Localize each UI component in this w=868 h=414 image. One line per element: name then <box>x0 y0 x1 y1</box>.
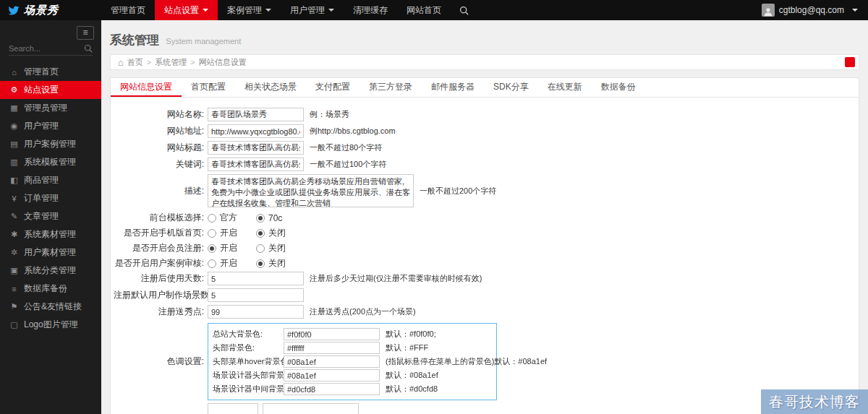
chevron-down-icon <box>328 9 334 12</box>
tab-item[interactable]: 相关状态场景 <box>235 78 306 97</box>
sidebar-item[interactable]: ▣系统分类管理 <box>0 262 101 280</box>
field-label: 网站地址: <box>114 125 208 137</box>
top-search-button[interactable] <box>451 0 477 20</box>
breadcrumb-item[interactable]: 网站信息设置 <box>199 57 247 68</box>
color-setting-row: 总站大背景色:默认：#f0f0f0; <box>213 328 492 340</box>
field-label: 注册送秀点: <box>114 306 208 318</box>
radio-icon[interactable] <box>208 229 216 238</box>
sidebar-item[interactable]: ◧商品管理 <box>0 171 101 189</box>
breadcrumb-item[interactable]: 首页 <box>127 57 143 68</box>
settings-card: 网站信息设置首页配置相关状态场景支付配置第三方登录邮件服务器SDK分享在线更新数… <box>110 77 859 414</box>
member-register-option[interactable]: 开启 <box>208 242 237 254</box>
radio-icon[interactable] <box>208 244 216 253</box>
sidebar-item[interactable]: ▤用户案例管理 <box>0 135 101 153</box>
color-field-hint: 默认：#FFF <box>386 342 428 353</box>
user-menu[interactable]: cgtblog@qq.com <box>762 0 868 20</box>
color-input-1[interactable] <box>284 342 380 354</box>
sidebar-item[interactable]: ▦管理员管理 <box>0 99 101 117</box>
case-audit-option[interactable]: 关闭 <box>256 257 286 269</box>
field-hint: 例http://bbs.cgtblog.com <box>310 126 396 137</box>
radio-icon[interactable] <box>208 259 216 268</box>
top-nav: 管理首页站点设置案例管理用户管理清理缓存网站首页 <box>101 0 451 20</box>
sidebar-item[interactable]: ⚙站点设置 <box>0 81 101 99</box>
radio-icon[interactable] <box>256 214 265 223</box>
member-register-option[interactable]: 关闭 <box>256 242 286 254</box>
sidebar-item-label: 文章管理 <box>24 210 59 223</box>
radio-option-label: 开启 <box>220 227 237 239</box>
field-label: 注册后使用天数: <box>114 272 208 285</box>
sidebar-item[interactable]: ¥订单管理 <box>0 189 101 207</box>
tab-item[interactable]: SDK分享 <box>484 78 538 97</box>
sidebar: ≡ ⌂管理首页⚙站点设置▦管理员管理◉用户管理▤用户案例管理▥系统模板管理◧商品… <box>0 20 101 414</box>
mobile-home-option[interactable]: 关闭 <box>256 227 286 239</box>
keywords-input[interactable] <box>208 158 304 171</box>
breadcrumb-item[interactable]: 系统管理 <box>155 57 187 68</box>
tab-item[interactable]: 数据备份 <box>592 78 645 97</box>
radio-icon[interactable] <box>256 244 265 253</box>
sidebar-item[interactable]: ≡数据库备份 <box>0 280 101 298</box>
site-url-input[interactable] <box>208 124 304 138</box>
top-nav-label: 网站首页 <box>407 4 441 17</box>
color-field-hint: 默认：#08a1ef <box>386 370 438 381</box>
top-nav-item[interactable]: 管理首页 <box>101 0 155 20</box>
app-logo[interactable]: 场景秀 <box>0 0 101 20</box>
sidebar-item[interactable]: ▢Logo图片管理 <box>0 316 101 334</box>
top-nav-label: 用户管理 <box>290 4 325 17</box>
sidebar-item-label: 管理首页 <box>24 66 59 78</box>
tab-active[interactable]: 网站信息设置 <box>111 78 182 97</box>
radio-icon[interactable] <box>256 229 265 238</box>
register-days-input[interactable] <box>208 272 304 285</box>
color-input-2[interactable] <box>284 355 380 368</box>
top-nav-item[interactable]: 站点设置 <box>155 0 218 20</box>
sidebar-collapse-button[interactable]: ≡ <box>77 26 94 40</box>
top-nav-item[interactable]: 案例管理 <box>218 0 281 20</box>
tab-item[interactable]: 在线更新 <box>538 78 592 97</box>
sidebar-item[interactable]: ✎文章管理 <box>0 207 101 225</box>
field-label: 关键词: <box>114 158 208 171</box>
case-audit-option[interactable]: 开启 <box>208 257 237 269</box>
sidebar-item[interactable]: ▥系统模板管理 <box>0 153 101 171</box>
categories-icon: ▣ <box>9 266 19 275</box>
sidebar-item-label: 用户素材管理 <box>24 246 76 259</box>
top-nav-item[interactable]: 网站首页 <box>397 0 451 20</box>
form-row-register-days: 注册后使用天数:注册后多少天过期(仅注册不需要审核的时候有效) <box>114 272 859 285</box>
radio-icon[interactable] <box>208 214 216 223</box>
sidebar-search-input[interactable] <box>9 44 84 53</box>
partial-input[interactable] <box>208 403 258 414</box>
sidebar-item-label: 管理员管理 <box>24 102 67 114</box>
main-content: 系统管理 System management ⌂ 首页>系统管理>网站信息设置 … <box>101 20 868 414</box>
site-title-input[interactable] <box>208 141 304 155</box>
chevron-down-icon <box>852 9 858 12</box>
mobile-home-option[interactable]: 开启 <box>208 227 237 239</box>
description-textarea[interactable] <box>208 174 414 207</box>
tab-item[interactable]: 支付配置 <box>306 78 359 97</box>
sidebar-item[interactable]: ⚑公告&友情链接 <box>0 298 101 316</box>
top-nav-label: 站点设置 <box>164 4 199 17</box>
brand-name: 场景秀 <box>24 4 59 17</box>
register-points-input[interactable] <box>208 305 304 319</box>
form-row-site-title: 网站标题:一般不超过80个字符 <box>114 141 859 155</box>
announcement-icon: ⚑ <box>9 302 19 311</box>
sidebar-item[interactable]: ◉用户管理 <box>0 117 101 135</box>
color-input-0[interactable] <box>284 328 380 340</box>
partial-input[interactable] <box>263 403 359 414</box>
site-name-input[interactable] <box>208 108 304 121</box>
color-input-3[interactable] <box>284 369 380 381</box>
front-template-option[interactable]: 70c <box>256 213 282 223</box>
form-row-mobile-home: 是否开启手机版首页:开启关闭 <box>114 226 859 240</box>
color-input-4[interactable] <box>284 383 380 395</box>
radio-icon[interactable] <box>256 259 265 268</box>
top-nav-item[interactable]: 用户管理 <box>281 0 344 20</box>
tab-item[interactable]: 第三方登录 <box>359 78 422 97</box>
tab-item[interactable]: 首页配置 <box>182 78 235 97</box>
breadcrumb-toggle-button[interactable] <box>845 57 855 67</box>
admin-icon: ▦ <box>9 103 19 113</box>
register-scenes-input[interactable] <box>208 288 304 302</box>
sidebar-item[interactable]: ✱系统素材管理 <box>0 225 101 243</box>
front-template-option[interactable]: 官方 <box>208 212 237 224</box>
sidebar-item[interactable]: ✲用户素材管理 <box>0 243 101 262</box>
tab-item[interactable]: 邮件服务器 <box>422 78 484 97</box>
sidebar-item[interactable]: ⌂管理首页 <box>0 63 101 81</box>
avatar <box>762 4 775 17</box>
top-nav-item[interactable]: 清理缓存 <box>344 0 397 20</box>
